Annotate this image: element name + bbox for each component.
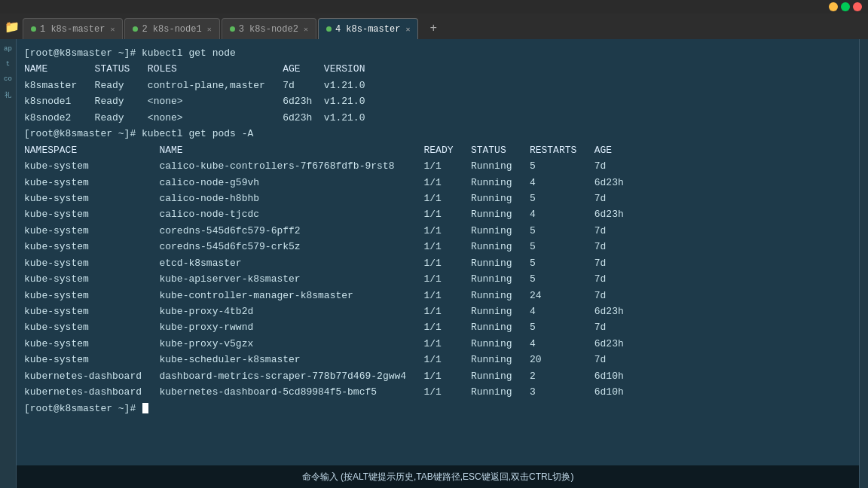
minimize-button[interactable] <box>829 2 838 11</box>
sidebar: ap t co 礼 <box>0 39 17 488</box>
tab-1-label: 1 k8s-master <box>40 24 105 35</box>
tab-2-label: 2 k8s-node1 <box>142 24 201 35</box>
tab-3-dot <box>230 26 235 32</box>
tab-2[interactable]: 2 k8s-node1 ✕ <box>124 18 219 39</box>
pod-row-7: kube-system etcd-k8smaster 1/1 Running 5… <box>24 255 851 271</box>
tab-4-label: 4 k8s-master <box>335 24 400 35</box>
tab-4-dot <box>326 26 332 32</box>
node-row-3: k8snode2 Ready <none> 6d23h v1.21.0 <box>24 110 851 126</box>
tab-1-dot <box>31 26 36 32</box>
pod-row-4: kube-system calico-node-tjcdc 1/1 Runnin… <box>24 206 851 222</box>
pod-row-10: kube-system kube-proxy-4tb2d 1/1 Running… <box>24 303 851 319</box>
right-resize-handle[interactable] <box>859 39 868 488</box>
cursor-block <box>142 403 148 413</box>
sidebar-item-ceremony[interactable]: 礼 <box>5 90 11 100</box>
pod-row-3: kube-system calico-node-h8bhb 1/1 Runnin… <box>24 191 851 206</box>
tab-4[interactable]: 4 k8s-master ✕ <box>318 18 418 39</box>
pod-row-2: kube-system calico-node-g59vh 1/1 Runnin… <box>24 175 851 191</box>
pod-row-13: kube-system kube-scheduler-k8smaster 1/1… <box>24 352 851 368</box>
node-row-1: k8smaster Ready control-plane,master 7d … <box>24 78 851 93</box>
pod-row-6: kube-system coredns-545d6fc579-crk5z 1/1… <box>24 239 851 255</box>
sidebar-item-co[interactable]: co <box>4 75 12 83</box>
pod-row-1: kube-system calico-kube-controllers-7f67… <box>24 158 851 174</box>
app-icon: 📁 <box>5 20 20 35</box>
tab-3-close[interactable]: ✕ <box>304 25 308 34</box>
add-tab-button[interactable]: + <box>423 18 444 39</box>
tab-4-close[interactable]: ✕ <box>405 25 410 34</box>
sidebar-item-ap[interactable]: ap <box>4 45 12 53</box>
tab-3[interactable]: 3 k8s-node2 ✕ <box>222 18 316 39</box>
node-header: NAME STATUS ROLES AGE VERSION <box>24 61 851 77</box>
status-bar-text: 命令输入 (按ALT键提示历史,TAB键路径,ESC键返回,双击CTRL切换) <box>302 471 574 483</box>
tab-2-dot <box>133 26 138 32</box>
pod-row-14: kubernetes-dashboard dashboard-metrics-s… <box>24 368 851 384</box>
tab-1-close[interactable]: ✕ <box>110 25 115 34</box>
pod-row-9: kube-system kube-controller-manager-k8sm… <box>24 288 851 303</box>
sidebar-item-t[interactable]: t <box>6 60 10 68</box>
cmd-line-1: [root@k8smaster ~]# kubectl get node <box>24 45 851 61</box>
terminal: [root@k8smaster ~]# kubectl get node NAM… <box>17 39 859 488</box>
pod-row-5: kube-system coredns-545d6fc579-6pff2 1/1… <box>24 223 851 239</box>
final-prompt-line: [root@k8smaster ~]# <box>24 401 851 416</box>
pod-row-12: kube-system kube-proxy-v5gzx 1/1 Running… <box>24 336 851 352</box>
tab-2-close[interactable]: ✕ <box>207 25 212 34</box>
pods-header: NAMESPACE NAME READY STATUS RESTARTS AGE <box>24 142 851 158</box>
pod-row-11: kube-system kube-proxy-rwwnd 1/1 Running… <box>24 319 851 335</box>
status-bar[interactable]: 命令输入 (按ALT键提示历史,TAB键路径,ESC键返回,双击CTRL切换) <box>17 465 859 488</box>
node-row-2: k8snode1 Ready <none> 6d23h v1.21.0 <box>24 93 851 109</box>
cmd-line-2: [root@k8smaster ~]# kubectl get pods -A <box>24 126 851 142</box>
close-button[interactable] <box>853 2 862 11</box>
maximize-button[interactable] <box>841 2 850 11</box>
pod-row-15: kubernetes-dashboard kubernetes-dashboar… <box>24 384 851 400</box>
tab-1[interactable]: 1 k8s-master ✕ <box>23 18 123 39</box>
tab-3-label: 3 k8s-node2 <box>239 24 298 35</box>
pod-row-8: kube-system kube-apiserver-k8smaster 1/1… <box>24 271 851 287</box>
